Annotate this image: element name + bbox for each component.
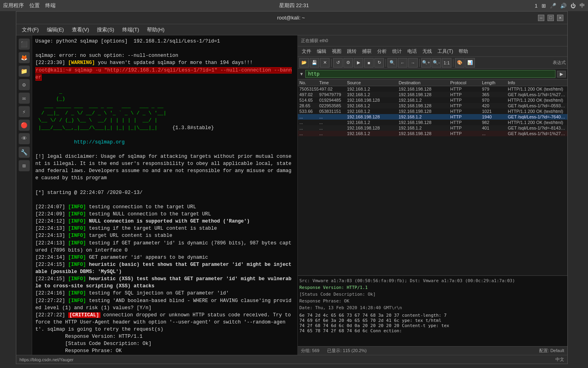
terminal-info-9: [22:24:15] [INFO] heuristic (XSS) test s… bbox=[35, 275, 294, 290]
ws-filter-apply[interactable]: ▶ bbox=[557, 71, 566, 77]
ws-hex-line-3: 74 2f 68 74 6d 6c 0d 0a 20 20 20 20 20 C… bbox=[299, 323, 566, 328]
terminal-content[interactable]: Usage: python2 sqlmap [options] 192.168.… bbox=[32, 35, 297, 355]
wireshark-panel: 正在捕获 eth0 文件 编辑 视图 跳转 捕获 分析 统计 电话 无线 工具(… bbox=[297, 35, 567, 355]
sidebar-icon-7[interactable]: 🔴 bbox=[19, 120, 30, 131]
sidebar-icon-5[interactable]: ✉ bbox=[19, 93, 30, 104]
terminal-http-2: [Status Code Description: Ok] bbox=[35, 340, 294, 347]
terminal-http-1: Response Version: HTTP/1.1 bbox=[35, 333, 294, 340]
ws-tool-restart[interactable]: ↻ bbox=[374, 58, 384, 68]
footer-bar: https://blog.csdn.net/Yauger 中文 bbox=[16, 355, 567, 364]
ws-tool-sep-4 bbox=[453, 59, 453, 67]
ws-tool-zoom-in[interactable]: 🔍+ bbox=[421, 58, 431, 68]
packet-row[interactable]: 75053155497.02192.168.1.2192.168.198.128… bbox=[298, 86, 567, 92]
maximize-button[interactable]: □ bbox=[548, 15, 554, 21]
ws-tool-back[interactable]: ← bbox=[398, 58, 407, 68]
terminal-line-2 bbox=[35, 45, 294, 52]
terminal-ascii-4: / __|_ / _ \/ __/ _ \ '_ ` _ \ / _ \ '__… bbox=[35, 110, 294, 117]
terminal-ascii-2: (_) bbox=[35, 95, 294, 103]
ws-menu-edit[interactable]: 编辑 bbox=[314, 47, 329, 56]
terminal-info-6: [22:24:13] [INFO] testing if GET paramet… bbox=[35, 240, 294, 254]
ws-menu-goto[interactable]: 跳转 bbox=[345, 47, 359, 56]
ws-tool-stop[interactable]: ■ bbox=[364, 58, 374, 68]
terminal-blank-4 bbox=[35, 182, 294, 189]
ws-tool-sep-1 bbox=[331, 59, 332, 67]
ws-tool-graph[interactable]: 📊 bbox=[465, 58, 475, 68]
ws-tool-zoom-out[interactable]: 🔍- bbox=[432, 58, 441, 68]
ws-toolbar: 📂 💾 ✕ ↺ ⚙ ▶ ■ ↻ 🔍 ← → 🔍+ 🔍- 1:1 🎨 📊 bbox=[298, 57, 567, 69]
ws-tool-options[interactable]: ⚙ bbox=[343, 58, 353, 68]
terminal-ascii-5: \__ \/ / (_) \__ \ __/ | | | | | __/ | bbox=[35, 117, 294, 124]
ws-profile: 配置: Default bbox=[539, 348, 564, 354]
terminal-info-10: [22:24:16] [INFO] testing for SQL inject… bbox=[35, 290, 294, 297]
terminal-blank-1 bbox=[35, 81, 294, 88]
ws-menu-capture[interactable]: 捕获 bbox=[360, 47, 374, 56]
sidebar-icon-3[interactable]: 📁 bbox=[19, 66, 30, 77]
sidebar-icon-10[interactable]: ⊞ bbox=[19, 160, 30, 171]
packet-row[interactable]: 28.65022953585192.168.1.2192.168.198.128… bbox=[298, 103, 567, 108]
sidebar-icon-4[interactable]: ⚙ bbox=[19, 79, 30, 90]
ws-tool-reload[interactable]: ↺ bbox=[333, 58, 343, 68]
ws-top-bar: 正在捕获 eth0 bbox=[298, 35, 567, 46]
close-button[interactable]: ✕ bbox=[557, 15, 563, 21]
terminal-info-5: [22:24:13] [INFO] target URL content is … bbox=[35, 232, 294, 239]
workspace-indicator[interactable]: 1 bbox=[535, 3, 538, 9]
ws-menu-stats[interactable]: 统计 bbox=[390, 47, 404, 56]
sidebar-icon-2[interactable]: 🦊 bbox=[19, 52, 30, 63]
terminal-critical: [22:27:22] [CRITICAL] connection dropped… bbox=[35, 312, 294, 333]
sidebar-icon-1[interactable]: ⬛ bbox=[19, 39, 30, 50]
menu-view[interactable]: 查看(V) bbox=[69, 25, 92, 35]
terminal-info-8: [22:24:15] [INFO] heuristic (basic) test… bbox=[35, 261, 294, 275]
title-bar: root@kali: ~ — □ ✕ bbox=[16, 12, 567, 24]
ws-menu-analyze[interactable]: 分析 bbox=[375, 47, 389, 56]
apps-menu[interactable]: 应用程序 bbox=[3, 2, 24, 9]
sidebar-icon-8[interactable]: 👁 bbox=[19, 133, 30, 144]
ws-menu-view[interactable]: 视图 bbox=[330, 47, 344, 56]
packet-row[interactable]: ......192.168.1.2192.168.198.128HTTP982H… bbox=[298, 120, 567, 125]
minimize-button[interactable]: — bbox=[538, 15, 544, 21]
ws-detail-line-4: Response Phrase: OK bbox=[299, 298, 566, 304]
ws-filter-input[interactable] bbox=[305, 70, 555, 78]
terminal-url: http://sqlmap.org bbox=[35, 139, 294, 146]
sidebar-icon-9[interactable]: 🔧 bbox=[19, 147, 30, 158]
menu-edit[interactable]: 编辑(E) bbox=[44, 25, 67, 35]
ws-menu-tools[interactable]: 工具(T) bbox=[435, 47, 455, 56]
power-icon[interactable]: ⏻ bbox=[571, 3, 576, 9]
ws-menu-telephony[interactable]: 电话 bbox=[405, 47, 419, 56]
ws-tool-start[interactable]: ▶ bbox=[354, 58, 363, 68]
window-title: root@kali: ~ bbox=[44, 15, 538, 21]
packet-row[interactable]: 497.02979479779192.168.1.2192.168.198.12… bbox=[298, 92, 567, 97]
col-proto: Protocol bbox=[450, 80, 482, 85]
places-menu[interactable]: 位置 bbox=[29, 2, 40, 9]
menu-terminal[interactable]: 终端(T) bbox=[119, 25, 143, 35]
ws-tool-open[interactable]: 📂 bbox=[299, 58, 309, 68]
ws-tool-sep-3 bbox=[419, 59, 420, 67]
ws-menu-wireless[interactable]: 无线 bbox=[420, 47, 434, 56]
terminal-menu[interactable]: 终端 bbox=[45, 2, 56, 9]
terminal-info-4: [22:24:13] [INFO] testing if the target … bbox=[35, 225, 294, 232]
ws-tool-close[interactable]: ✕ bbox=[320, 58, 330, 68]
menu-file[interactable]: 文件(F) bbox=[19, 25, 42, 35]
ws-packet-header: No. Time Source Destination Protocol Len… bbox=[298, 79, 567, 86]
ws-tool-zoom-normal[interactable]: 1:1 bbox=[442, 58, 451, 68]
packet-row-highlight[interactable]: ......192.168.1.2192.168.198.128HTTP...G… bbox=[298, 131, 567, 136]
ws-tool-colorize[interactable]: 🎨 bbox=[455, 58, 465, 68]
ws-menu-help[interactable]: 帮助 bbox=[456, 47, 470, 56]
ws-menu-file[interactable]: 文件 bbox=[299, 47, 314, 56]
packet-row[interactable]: 514.65019294485192.168.198.128192.168.1.… bbox=[298, 97, 567, 103]
ws-status-label: 正在捕获 eth0 bbox=[301, 38, 328, 44]
menu-help[interactable]: 帮助(H) bbox=[144, 25, 168, 35]
footer-url: https://blog.csdn.net/Yauger bbox=[19, 357, 73, 362]
sidebar-icon-6[interactable]: ⚡ bbox=[19, 106, 30, 117]
menu-bar: 文件(F) 编辑(E) 查看(V) 搜索(S) 终端(T) 帮助(H) bbox=[16, 24, 567, 35]
mic-icon: 🎤 bbox=[550, 3, 556, 9]
terminal-http-3: Response Phrase: OK bbox=[35, 347, 294, 354]
packet-row-selected[interactable]: ......192.168.198.128192.168.1.2HTTP1940… bbox=[298, 114, 567, 120]
ws-tool-save[interactable]: 💾 bbox=[310, 58, 319, 68]
ws-tool-forward[interactable]: → bbox=[408, 58, 418, 68]
ws-tool-find[interactable]: 🔍 bbox=[388, 58, 397, 68]
col-no: No. bbox=[299, 80, 319, 85]
packet-row[interactable]: 533.66053831151192.168.1.2192.168.198.12… bbox=[298, 108, 567, 114]
menu-search[interactable]: 搜索(S) bbox=[94, 25, 117, 35]
ws-hex-line-1: 6e 74 2d 4c 65 66 73 67 74 68 3a 20 37 c… bbox=[299, 313, 566, 318]
packet-row[interactable]: ......192.168.198.128192.168.1.2HTTP401G… bbox=[298, 125, 567, 131]
